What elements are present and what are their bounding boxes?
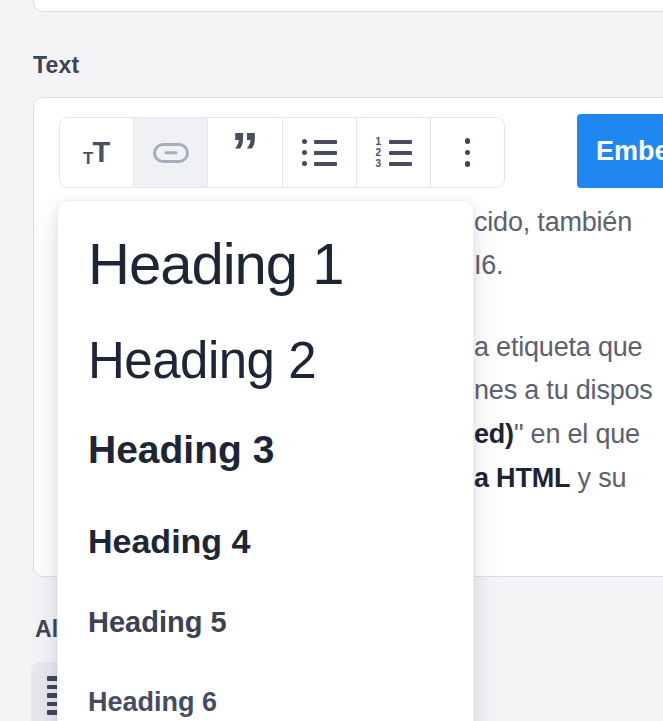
quote-icon: ” xyxy=(231,152,259,174)
editor-text-line: I6. xyxy=(474,252,503,279)
more-options-button[interactable] xyxy=(430,118,504,187)
menu-item-heading-4[interactable]: Heading 4 xyxy=(88,524,250,558)
editor-text-line: cido, también xyxy=(474,209,632,236)
previous-field-box[interactable] xyxy=(33,0,663,12)
bullet-list-icon xyxy=(302,139,337,166)
editor-text-line: ed)" en el que xyxy=(474,421,640,448)
ordered-list-icon: 1 2 3 xyxy=(375,139,412,166)
menu-item-heading-3[interactable]: Heading 3 xyxy=(88,430,274,469)
next-field-label: Al xyxy=(35,616,58,643)
link-button[interactable] xyxy=(133,118,207,187)
editor-text-line: a HTML y su xyxy=(474,465,626,492)
more-vertical-icon xyxy=(465,138,471,167)
editor-text-line: a etiqueta que xyxy=(474,334,642,361)
editor-text-line: nes a tu dispos xyxy=(474,377,653,404)
editor-toolbar: TT ” 1 2 3 xyxy=(59,117,505,188)
menu-item-heading-5[interactable]: Heading 5 xyxy=(88,608,227,637)
heading-dropdown-menu: Heading 1 Heading 2 Heading 3 Heading 4 … xyxy=(57,200,474,721)
ordered-list-button[interactable]: 1 2 3 xyxy=(356,118,430,187)
bullet-list-button[interactable] xyxy=(282,118,356,187)
link-icon xyxy=(153,143,189,163)
embed-button[interactable]: Embed xyxy=(577,114,663,188)
menu-item-heading-6[interactable]: Heading 6 xyxy=(88,689,217,716)
text-size-icon: TT xyxy=(83,138,110,167)
text-size-button[interactable]: TT xyxy=(60,118,133,187)
text-field-label: Text xyxy=(33,52,79,79)
menu-item-heading-1[interactable]: Heading 1 xyxy=(88,235,343,293)
blockquote-button[interactable]: ” xyxy=(207,118,281,187)
menu-item-heading-2[interactable]: Heading 2 xyxy=(88,335,316,386)
